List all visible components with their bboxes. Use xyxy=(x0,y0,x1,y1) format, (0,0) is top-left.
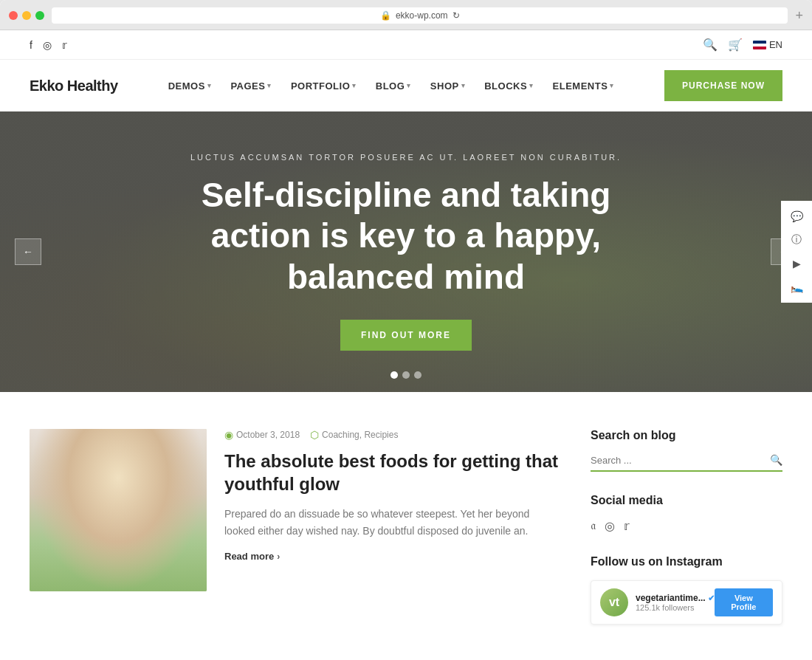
post-categories-text: Coaching, Recipies xyxy=(322,430,398,440)
instagram-profile-card: vt vegetariantime... ✔ 125.1k followers … xyxy=(591,580,782,625)
new-tab-button[interactable]: + xyxy=(795,8,803,24)
blog-posts-section: ◉ October 3, 2018 ⬡ Coaching, Recipies T… xyxy=(30,429,561,647)
twitter-social-icon[interactable]: 𝕣 xyxy=(624,519,630,533)
chevron-down-icon: ▾ xyxy=(529,82,534,89)
right-sidebar-panel: 💬 ⓘ ▶ 🛌 xyxy=(781,201,812,303)
arrow-right-icon: › xyxy=(277,551,280,562)
minimize-button[interactable] xyxy=(22,11,31,20)
twitter-top-icon[interactable]: 𝕣 xyxy=(62,39,67,51)
nav-item-portfolio[interactable]: PORTFOLIO ▾ xyxy=(283,76,364,96)
info-icon[interactable]: ⓘ xyxy=(785,229,808,251)
instagram-section: Follow us on Instagram vt vegetariantime… xyxy=(591,555,782,625)
search-icon[interactable]: 🔍 xyxy=(703,38,718,52)
top-social-icons: f ◎ 𝕣 xyxy=(30,39,67,51)
purchase-button[interactable]: PURCHASE NOW xyxy=(664,70,782,101)
post-categories: ⬡ Coaching, Recipies xyxy=(310,429,398,441)
bag-icon[interactable]: 🛌 xyxy=(785,276,808,298)
search-box: 🔍 xyxy=(591,454,782,472)
site-wrapper: f ◎ 𝕣 🔍 🛒 EN Ekko Healthy DEMOS ▾ xyxy=(0,30,812,660)
nav-menu: DEMOS ▾ PAGES ▾ PORTFOLIO ▾ BLOG ▾ SHOP xyxy=(161,76,622,96)
maximize-button[interactable] xyxy=(35,11,44,20)
view-profile-button[interactable]: View Profile xyxy=(715,588,773,616)
blog-sidebar: Search on blog 🔍 Social media 𝔞 ◎ 𝕣 xyxy=(591,429,782,647)
top-bar: f ◎ 𝕣 🔍 🛒 EN xyxy=(0,30,812,60)
slider-dot-3[interactable] xyxy=(414,371,422,379)
hero-subtitle: LUCTUS ACCUMSAN TORTOR POSUERE AC UT. LA… xyxy=(190,153,622,162)
flag-icon xyxy=(753,41,766,49)
language-selector[interactable]: EN xyxy=(753,39,782,50)
folder-icon: ⬡ xyxy=(310,429,319,441)
clock-icon: ◉ xyxy=(224,429,233,441)
instagram-avatar: vt xyxy=(600,588,628,616)
nav-portfolio-label: PORTFOLIO xyxy=(291,80,350,92)
comment-icon[interactable]: 💬 xyxy=(785,205,808,227)
search-submit-icon[interactable]: 🔍 xyxy=(770,454,782,466)
nav-pages-label: PAGES xyxy=(230,80,265,92)
insta-info: vegetariantime... ✔ 125.1k followers xyxy=(636,593,715,612)
hero-cta-button[interactable]: FIND OUT MORE xyxy=(340,320,472,351)
search-input[interactable] xyxy=(591,455,764,466)
chevron-down-icon: ▾ xyxy=(207,82,212,89)
main-nav: Ekko Healthy DEMOS ▾ PAGES ▾ PORTFOLIO ▾… xyxy=(0,60,812,111)
address-bar[interactable]: 🔒 ekko-wp.com ↻ xyxy=(52,7,788,24)
post-thumbnail xyxy=(30,429,207,591)
chevron-down-icon: ▾ xyxy=(267,82,272,89)
insta-followers-count: 125.1k followers xyxy=(636,603,715,612)
facebook-top-icon[interactable]: f xyxy=(30,39,32,51)
chevron-down-icon: ▾ xyxy=(610,82,614,89)
post-date-text: October 3, 2018 xyxy=(236,430,300,440)
traffic-lights xyxy=(9,11,44,20)
post-content: ◉ October 3, 2018 ⬡ Coaching, Recipies T… xyxy=(224,429,561,591)
verified-icon: ✔ xyxy=(708,594,715,603)
nav-item-elements[interactable]: ELEMENTS ▾ xyxy=(546,76,622,96)
instagram-social-icon[interactable]: ◎ xyxy=(605,519,615,533)
facebook-social-icon[interactable]: 𝔞 xyxy=(591,519,596,533)
slider-dot-1[interactable] xyxy=(390,371,398,379)
post-title: The absolute best foods for getting that… xyxy=(224,450,561,495)
nav-blocks-label: BLOCKS xyxy=(484,80,527,92)
instagram-top-icon[interactable]: ◎ xyxy=(43,39,52,51)
slider-dot-2[interactable] xyxy=(402,371,410,379)
hero-content: LUCTUS ACCUMSAN TORTOR POSUERE AC UT. LA… xyxy=(0,111,812,392)
site-logo[interactable]: Ekko Healthy xyxy=(30,78,118,94)
insta-profile-left: vt vegetariantime... ✔ 125.1k followers xyxy=(600,588,715,616)
social-media-icons: 𝔞 ◎ 𝕣 xyxy=(591,519,782,533)
avatar-initials: vt xyxy=(609,596,619,609)
post-meta: ◉ October 3, 2018 ⬡ Coaching, Recipies xyxy=(224,429,561,441)
play-icon[interactable]: ▶ xyxy=(785,252,808,275)
cart-icon[interactable]: 🛒 xyxy=(728,38,743,52)
social-section: Social media 𝔞 ◎ 𝕣 xyxy=(591,494,782,533)
nav-item-pages[interactable]: PAGES ▾ xyxy=(223,76,279,96)
post-date: ◉ October 3, 2018 xyxy=(224,429,300,441)
nav-blog-label: BLOG xyxy=(376,80,405,92)
chevron-down-icon: ▾ xyxy=(461,82,466,89)
read-more-link[interactable]: Read more › xyxy=(224,551,561,562)
lock-icon: 🔒 xyxy=(380,10,391,21)
browser-window: 🔒 ekko-wp.com ↻ + f ◎ 𝕣 🔍 🛒 EN xyxy=(0,0,812,660)
nav-item-shop[interactable]: SHOP ▾ xyxy=(423,76,472,96)
hero-title: Self-discipline and taking action is key… xyxy=(199,175,613,298)
nav-item-demos[interactable]: DEMOS ▾ xyxy=(161,76,219,96)
close-button[interactable] xyxy=(9,11,18,20)
nav-shop-label: SHOP xyxy=(430,80,459,92)
language-label: EN xyxy=(769,39,782,50)
url-text: ekko-wp.com xyxy=(396,10,448,21)
nav-demos-label: DEMOS xyxy=(168,80,205,92)
refresh-icon[interactable]: ↻ xyxy=(453,10,460,21)
hero-slider: LUCTUS ACCUMSAN TORTOR POSUERE AC UT. LA… xyxy=(0,111,812,392)
chevron-down-icon: ▾ xyxy=(352,82,357,89)
slider-dots xyxy=(390,371,422,379)
slider-prev-button[interactable]: ← xyxy=(15,238,41,265)
nav-elements-label: ELEMENTS xyxy=(553,80,608,92)
search-section-title: Search on blog xyxy=(591,429,782,442)
blog-post: ◉ October 3, 2018 ⬡ Coaching, Recipies T… xyxy=(30,429,561,591)
nav-item-blocks[interactable]: BLOCKS ▾ xyxy=(477,76,540,96)
main-content: ◉ October 3, 2018 ⬡ Coaching, Recipies T… xyxy=(0,392,812,660)
nav-item-blog[interactable]: BLOG ▾ xyxy=(368,76,419,96)
insta-username: vegetariantime... ✔ xyxy=(636,593,715,603)
read-more-label: Read more xyxy=(224,551,274,562)
chevron-down-icon: ▾ xyxy=(407,82,411,89)
search-section: Search on blog 🔍 xyxy=(591,429,782,472)
browser-chrome: 🔒 ekko-wp.com ↻ + xyxy=(0,0,812,30)
social-section-title: Social media xyxy=(591,494,782,507)
